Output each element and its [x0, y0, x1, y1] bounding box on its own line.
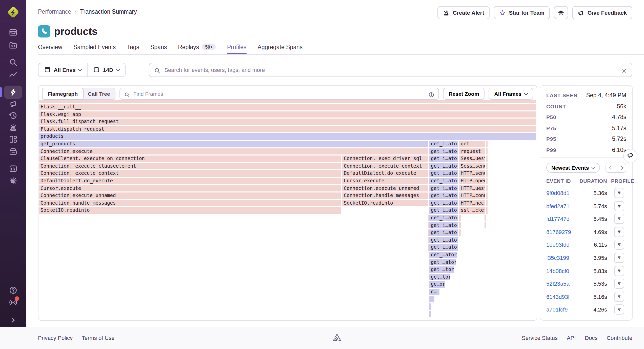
give-feedback-button[interactable]: Give Feedback — [572, 6, 632, 19]
flamegraph-frame[interactable]: g… — [429, 289, 439, 295]
flamegraph-frame[interactable]: ge…or — [429, 281, 445, 288]
flamegraph-frame[interactable] — [486, 207, 488, 214]
profile-button[interactable] — [614, 240, 624, 250]
event-id-link[interactable]: f35c3199 — [546, 255, 576, 261]
tab-aggregate-spans[interactable]: Aggregate Spans — [258, 43, 303, 54]
flamegraph-frame[interactable]: Sess…send — [459, 163, 485, 169]
tab-profiles[interactable]: Profiles — [227, 43, 247, 54]
replays-clock-icon[interactable] — [9, 111, 18, 120]
flamegraph-frame[interactable]: HTTP…send — [459, 170, 485, 177]
flamegraph-frame[interactable]: get_…ator — [429, 252, 457, 258]
collapse-chevron-right-icon[interactable] — [9, 316, 18, 325]
flamegraph-frame[interactable]: get_products — [39, 141, 428, 147]
flamegraph-frame[interactable]: Connection._execute_context — [39, 170, 341, 177]
flamegraph-frame[interactable]: get_i…ator — [429, 215, 458, 221]
event-id-link[interactable]: a701fcf9 — [546, 307, 576, 313]
settings-button[interactable] — [554, 6, 568, 19]
projects-folder-code-icon[interactable] — [9, 41, 18, 50]
flamegraph-frame[interactable]: Cursor.execute — [39, 185, 341, 191]
tab-replays[interactable]: Replays50+ — [178, 43, 216, 54]
feedback-megaphone-icon[interactable] — [9, 99, 18, 108]
previous-page-button[interactable] — [606, 163, 616, 172]
flamegraph-frame[interactable]: Sess…uest — [459, 156, 485, 162]
info-icon[interactable] — [428, 91, 434, 100]
all-frames-dropdown[interactable]: All Frames — [489, 88, 533, 100]
flamegraph-frame[interactable] — [429, 303, 431, 310]
flamegraph-frame[interactable] — [429, 296, 434, 302]
flamegraph-frame[interactable]: get_i…ator — [429, 170, 458, 177]
flamegraph-frame[interactable]: get_i…ator — [429, 185, 458, 191]
star-for-team-button[interactable]: Star for Team — [494, 6, 550, 19]
search-input[interactable] — [149, 63, 632, 76]
flamegraph-canvas[interactable]: Flask.__call__Flask.wsgi_appFlask.full_d… — [39, 100, 536, 319]
flamegraph-frame[interactable] — [486, 192, 488, 199]
flamegraph-frame[interactable] — [39, 100, 536, 103]
event-id-link[interactable]: 52f23a5a — [546, 281, 576, 287]
flamegraph-frame[interactable] — [485, 215, 486, 221]
footer-link-privacy-policy[interactable]: Privacy Policy — [38, 335, 73, 341]
flamegraph-frame[interactable]: Flask.full_dispatch_request — [39, 119, 536, 125]
dashboards-layout-icon[interactable] — [9, 135, 18, 144]
tab-sampled-events[interactable]: Sampled Events — [73, 43, 116, 54]
flamegraph-frame[interactable]: get_i…ator — [429, 156, 458, 162]
flamegraph-frame[interactable]: get_i…ator — [429, 229, 458, 236]
flamegraph-frame[interactable]: SocketIO.readinto — [39, 207, 341, 214]
issues-inbox-icon[interactable] — [9, 28, 18, 37]
clear-search-icon[interactable] — [621, 67, 627, 76]
profile-button[interactable] — [614, 305, 624, 315]
settings-gear-icon[interactable] — [9, 176, 18, 185]
profile-button[interactable] — [614, 227, 624, 237]
footer-link-terms-of-use[interactable]: Terms of Use — [82, 335, 115, 341]
stats-bar-chart-icon[interactable] — [9, 164, 18, 173]
flamegraph-frame[interactable]: get_i…ator — [429, 163, 458, 169]
flamegraph-frame[interactable]: Cursor.execute — [342, 178, 428, 184]
flamegraph-frame[interactable]: SocketIO.readinto — [342, 200, 428, 206]
flamegraph-frame[interactable]: get…tor — [429, 274, 450, 280]
profile-button[interactable] — [614, 214, 624, 224]
footer-link-contribute[interactable]: Contribute — [607, 335, 632, 341]
tab-overview[interactable]: Overview — [38, 43, 62, 54]
create-alert-button[interactable]: Create Alert — [438, 6, 490, 19]
flamegraph-frame[interactable]: get_…ator — [429, 259, 456, 265]
flamegraph-frame[interactable]: get_…tor — [429, 266, 454, 273]
footer-link-service-status[interactable]: Service Status — [522, 335, 558, 341]
flamegraph-frame[interactable]: request — [459, 148, 485, 154]
flamegraph-frame[interactable] — [486, 148, 488, 154]
flamegraph-frame[interactable] — [459, 229, 461, 236]
tab-call-tree[interactable]: Call Tree — [83, 88, 115, 99]
flamegraph-frame[interactable] — [486, 141, 488, 147]
profile-button[interactable] — [614, 188, 624, 198]
footer-link-docs[interactable]: Docs — [585, 335, 597, 341]
event-id-link[interactable]: 9f0d08d1 — [546, 190, 576, 196]
footer-link-api[interactable]: API — [567, 335, 576, 341]
flamegraph-frame[interactable] — [486, 178, 488, 184]
flamegraph-frame[interactable] — [486, 200, 488, 206]
flamegraph-frame[interactable]: Connection._execute_clauseelement — [39, 163, 341, 169]
events-sort-dropdown[interactable]: Newest Events — [546, 163, 600, 173]
flamegraph-frame[interactable]: get_i…ator — [429, 244, 458, 251]
tab-spans[interactable]: Spans — [150, 43, 167, 54]
flamegraph-frame[interactable]: DefaultDialect.do_execute — [39, 178, 341, 184]
flamegraph-frame[interactable]: get_i…ator — [429, 192, 458, 199]
tab-flamegraph[interactable]: Flamegraph — [42, 88, 83, 100]
discover-archive-icon[interactable] — [9, 147, 18, 156]
flamegraph-frame[interactable]: get_i…ator — [429, 178, 458, 184]
reset-zoom-button[interactable]: Reset Zoom — [443, 88, 485, 100]
metrics-zigzag-icon[interactable] — [9, 70, 18, 80]
flamegraph-frame[interactable]: HTTP…open — [459, 178, 485, 184]
flamegraph-frame[interactable]: Connection._execute_context — [342, 163, 428, 169]
flamegraph-frame[interactable]: get_i…ator — [429, 148, 458, 154]
flamegraph-frame[interactable]: get_i…ator — [429, 207, 458, 214]
profiling-lightning-icon[interactable] — [9, 88, 18, 97]
flamegraph-frame[interactable]: Connection.handle_messages — [39, 200, 341, 206]
flamegraph-frame[interactable]: ssl_…cket — [459, 207, 485, 214]
flamegraph-frame[interactable] — [485, 222, 486, 228]
tab-tags[interactable]: Tags — [127, 43, 139, 54]
flamegraph-frame[interactable]: Flask.__call__ — [39, 104, 536, 110]
flamegraph-frame[interactable]: Connection.execute_unnamed — [39, 192, 341, 199]
flamegraph-frame[interactable]: HTTP…uest — [459, 185, 485, 191]
profile-button[interactable] — [614, 253, 624, 263]
event-id-link[interactable]: 14b08cf0 — [546, 268, 576, 274]
flamegraph-frame[interactable]: HTTP…conn — [459, 192, 485, 199]
date-range-filter[interactable]: 14D — [88, 63, 125, 76]
